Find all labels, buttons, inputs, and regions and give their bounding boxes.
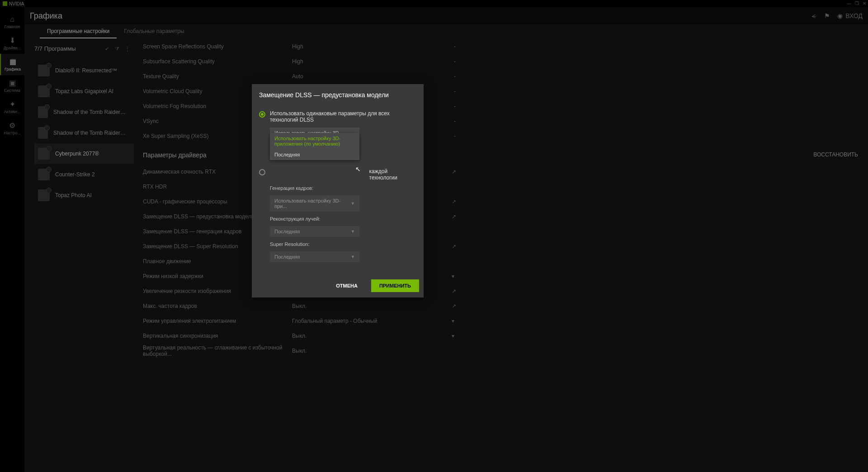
radio-per-tech[interactable]: Использовать разные параметры для каждой…	[259, 168, 416, 181]
select-value: Последняя	[274, 229, 300, 234]
sub-framegen-label: Генерация кадров:	[270, 185, 416, 191]
radio-same-for-all[interactable]: Использовать одинаковые параметры для вс…	[259, 110, 416, 123]
chevron-down-icon: ▼	[351, 201, 355, 206]
sub-superres-label: Super Resolution:	[270, 241, 416, 247]
radio-icon	[259, 169, 265, 175]
radio-label: Использовать одинаковые параметры для вс…	[270, 110, 416, 123]
radio-label-suffix: каждой технологии	[369, 168, 416, 181]
modal-title: Замещение DLSS — предустановка модели	[252, 84, 424, 104]
rayrecon-select: Последняя ▼	[270, 226, 359, 237]
dlss-preset-dropdown: Использовать настройку 3D-приложения (по…	[270, 133, 359, 160]
framegen-select: Использовать настройку 3D-при... ▼	[270, 195, 359, 212]
superres-select: Последняя ▼	[270, 251, 359, 262]
radio-icon	[259, 111, 265, 118]
dropdown-option-default[interactable]: Использовать настройку 3D-приложения (по…	[270, 133, 359, 149]
dlss-override-modal: Замещение DLSS — предустановка модели Ис…	[252, 84, 424, 297]
modal-overlay[interactable]	[0, 0, 868, 472]
apply-button[interactable]: ПРИМЕНИТЬ	[371, 279, 419, 292]
sub-rayrecon-label: Реконструкция лучей:	[270, 216, 416, 222]
select-value: Последняя	[274, 254, 300, 260]
select-value: Использовать настройку 3D-при...	[274, 198, 351, 209]
cancel-button[interactable]: ОТМЕНА	[328, 279, 366, 292]
chevron-down-icon: ▼	[351, 229, 355, 234]
chevron-down-icon: ▼	[351, 255, 355, 259]
dropdown-option-latest[interactable]: Последняя	[270, 149, 359, 160]
